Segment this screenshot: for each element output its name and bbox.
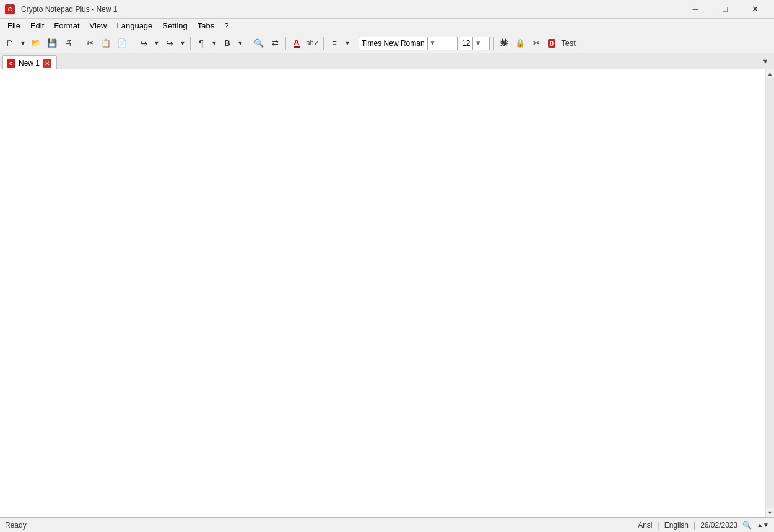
copy-icon: 📋 bbox=[101, 38, 111, 48]
font-size-label: 12 bbox=[459, 39, 472, 48]
menu-help[interactable]: ? bbox=[219, 19, 233, 33]
minimize-button[interactable]: ─ bbox=[681, 0, 710, 19]
new-dropdown-arrow[interactable]: ▼ bbox=[19, 36, 27, 51]
editor-content[interactable] bbox=[0, 69, 765, 517]
font-color-button[interactable]: A bbox=[289, 36, 304, 51]
copy-button[interactable]: 📋 bbox=[98, 36, 113, 51]
redo-dropdown[interactable]: ▼ bbox=[178, 36, 187, 51]
titlebar-controls: ─ □ ✕ bbox=[681, 0, 769, 19]
menu-tabs[interactable]: Tabs bbox=[193, 19, 219, 33]
search-replace-icon: ⇄ bbox=[272, 38, 279, 48]
status-sep-2: | bbox=[694, 521, 695, 530]
paragraph-dropdown-icon: ▼ bbox=[212, 40, 217, 46]
open-button[interactable]: 📂 bbox=[28, 36, 43, 51]
paste-icon: 📄 bbox=[117, 38, 127, 48]
open-icon: 📂 bbox=[31, 38, 41, 48]
scrollbar-track[interactable] bbox=[766, 78, 774, 508]
separator-8 bbox=[493, 37, 494, 50]
cut-icon: ✂ bbox=[87, 38, 93, 48]
new-button[interactable]: 🗋 bbox=[2, 36, 17, 51]
crypto-icon: 禁 bbox=[500, 38, 508, 48]
tab-overflow-button[interactable]: ▼ bbox=[759, 55, 772, 68]
redo-button[interactable]: ↪ bbox=[162, 36, 177, 51]
app-icon: C bbox=[5, 4, 15, 14]
bold-dropdown-icon: ▼ bbox=[238, 40, 243, 46]
font-dropdown-arrow: ▼ bbox=[427, 37, 438, 50]
menu-view[interactable]: View bbox=[85, 19, 112, 33]
align-dropdown[interactable]: ▼ bbox=[343, 36, 352, 51]
font-selector[interactable]: Times New Roman ▼ bbox=[359, 37, 458, 50]
lock-icon: 🔒 bbox=[515, 38, 525, 48]
redo-dropdown-icon: ▼ bbox=[180, 40, 186, 46]
font-color-icon: A bbox=[294, 38, 299, 48]
bold-dropdown[interactable]: ▼ bbox=[236, 36, 245, 51]
separator-5 bbox=[285, 37, 286, 50]
date-label: 26/02/2023 bbox=[700, 521, 737, 530]
toolbar: 🗋 ▼ 📂 💾 🖨 ✂ 📋 📄 ↩ ▼ ↪ ▼ ¶ bbox=[0, 33, 774, 53]
separator-3 bbox=[190, 37, 191, 50]
new-dropdown-icon: ▼ bbox=[20, 40, 26, 46]
bold-button[interactable]: B bbox=[220, 36, 235, 51]
save-icon: 💾 bbox=[47, 38, 57, 48]
status-sep-1: | bbox=[658, 521, 659, 530]
menu-edit[interactable]: Edit bbox=[25, 19, 49, 33]
crypto-button[interactable]: 禁 bbox=[497, 36, 511, 51]
statusbar: Ready Ansi | English | 26/02/2023 🔍 ▲▼ bbox=[0, 517, 774, 532]
zoom-expand-icon: ▲▼ bbox=[757, 521, 769, 528]
print-button[interactable]: 🖨 bbox=[61, 36, 76, 51]
key-button[interactable]: ✂ bbox=[529, 36, 544, 51]
cut-button[interactable]: ✂ bbox=[82, 36, 97, 51]
scroll-up-button[interactable]: ▲ bbox=[766, 69, 775, 78]
titlebar-left: C Crypto Notepad Plus - New 1 bbox=[5, 4, 117, 14]
zoom-icon[interactable]: 🔍 bbox=[742, 521, 752, 530]
font-size-selector[interactable]: 12 ▼ bbox=[459, 37, 490, 50]
menu-file[interactable]: File bbox=[2, 19, 25, 33]
editor-area: ▲ ▼ bbox=[0, 69, 774, 517]
save-button[interactable]: 💾 bbox=[45, 36, 59, 51]
paragraph-dropdown[interactable]: ▼ bbox=[210, 36, 219, 51]
close-button[interactable]: ✕ bbox=[741, 0, 769, 19]
spellcheck-button[interactable]: ab✓ bbox=[305, 36, 320, 51]
font-name-label: Times New Roman bbox=[359, 39, 427, 48]
statusbar-right: Ansi | English | 26/02/2023 🔍 ▲▼ bbox=[638, 521, 769, 530]
undo-button[interactable]: ↩ bbox=[136, 36, 151, 51]
menubar: File Edit Format View Language Setting T… bbox=[0, 19, 774, 33]
menu-setting[interactable]: Setting bbox=[157, 19, 192, 33]
tab-close-button[interactable]: ✕ bbox=[43, 59, 51, 68]
titlebar-title: Crypto Notepad Plus - New 1 bbox=[21, 5, 117, 14]
scroll-down-button[interactable]: ▼ bbox=[766, 508, 775, 517]
new-icon: 🗋 bbox=[6, 38, 14, 48]
align-button[interactable]: ≡ bbox=[327, 36, 342, 51]
size-dropdown-arrow: ▼ bbox=[472, 37, 483, 50]
test-label: Test bbox=[560, 38, 576, 48]
key-icon: ✂ bbox=[533, 38, 540, 48]
lock-button[interactable]: 🔒 bbox=[513, 36, 528, 51]
align-icon: ≡ bbox=[332, 38, 337, 48]
separator-4 bbox=[248, 37, 248, 50]
tab-new1[interactable]: C New 1 ✕ bbox=[2, 55, 57, 69]
separator-6 bbox=[323, 37, 324, 50]
search-replace-button[interactable]: ⇄ bbox=[267, 36, 282, 51]
print-icon: 🖨 bbox=[64, 38, 72, 48]
redo-icon: ↪ bbox=[166, 38, 173, 48]
encoding-label: Ansi bbox=[638, 521, 652, 530]
tab-label: New 1 bbox=[19, 59, 40, 68]
paste-button[interactable]: 📄 bbox=[115, 36, 129, 51]
paragraph-button[interactable]: ¶ bbox=[194, 36, 209, 51]
menu-format[interactable]: Format bbox=[49, 19, 84, 33]
undo-dropdown[interactable]: ▼ bbox=[152, 36, 161, 51]
maximize-button[interactable]: □ bbox=[711, 0, 739, 19]
search-button[interactable]: 🔍 bbox=[251, 36, 266, 51]
separator-1 bbox=[79, 37, 79, 50]
cn-button[interactable]: 0 bbox=[545, 36, 559, 51]
undo-dropdown-icon: ▼ bbox=[154, 40, 160, 46]
paragraph-icon: ¶ bbox=[199, 38, 204, 48]
status-text: Ready bbox=[5, 521, 27, 530]
menu-language[interactable]: Language bbox=[111, 19, 157, 33]
spellcheck-icon: ab✓ bbox=[306, 39, 319, 47]
scrollbar: ▲ ▼ bbox=[765, 69, 774, 517]
titlebar: C Crypto Notepad Plus - New 1 ─ □ ✕ bbox=[0, 0, 774, 19]
bold-icon: B bbox=[224, 38, 230, 48]
cn-icon: 0 bbox=[548, 39, 555, 48]
search-icon: 🔍 bbox=[254, 38, 264, 48]
